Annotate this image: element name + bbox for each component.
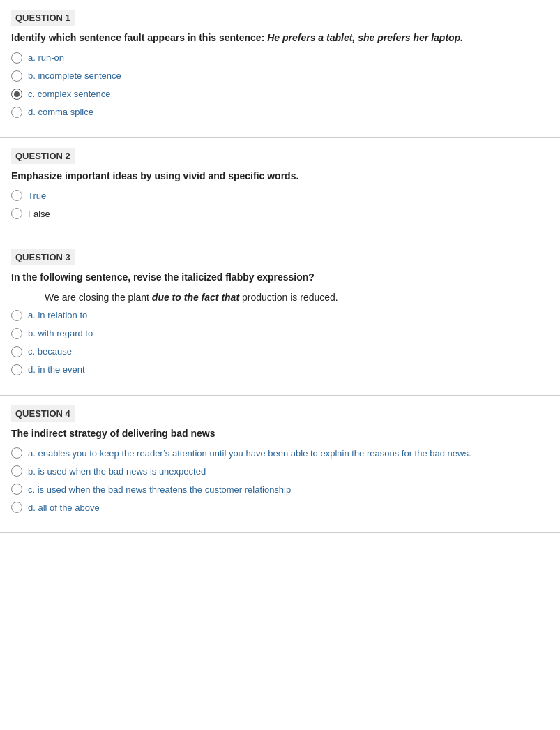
sentence-suffix: production is reduced. bbox=[239, 292, 338, 303]
option-label: a. enables you to keep the reader’s atte… bbox=[28, 448, 471, 459]
options-list: a. enables you to keep the reader’s atte… bbox=[11, 447, 549, 513]
question-block-2: QUESTION 2Emphasize important ideas by u… bbox=[0, 138, 560, 240]
option-label: False bbox=[28, 209, 50, 219]
question-label: QUESTION 2 bbox=[11, 148, 75, 164]
option-label: b. incomplete sentence bbox=[28, 70, 121, 81]
radio-button[interactable] bbox=[11, 447, 22, 459]
question-block-4: QUESTION 4The indirect strategy of deliv… bbox=[0, 396, 560, 534]
options-list: a. run-onb. incomplete sentencec. comple… bbox=[11, 52, 549, 118]
option-label: d. in the event bbox=[28, 364, 85, 375]
option-item[interactable]: c. because bbox=[11, 346, 549, 357]
radio-button[interactable] bbox=[11, 364, 22, 375]
radio-button[interactable] bbox=[11, 52, 22, 64]
radio-button[interactable] bbox=[11, 310, 22, 321]
option-item[interactable]: d. comma splice bbox=[11, 107, 549, 118]
option-label: True bbox=[28, 191, 46, 201]
option-label: c. complex sentence bbox=[28, 89, 111, 99]
option-item[interactable]: d. in the event bbox=[11, 364, 549, 375]
radio-button[interactable] bbox=[11, 208, 22, 219]
option-label: b. is used when the bad news is unexpect… bbox=[28, 466, 206, 477]
question-block-3: QUESTION 3In the following sentence, rev… bbox=[0, 239, 560, 396]
option-item[interactable]: b. incomplete sentence bbox=[11, 70, 549, 82]
options-list: a. in relation tob. with regard toc. bec… bbox=[11, 310, 549, 375]
question-bold-text: In the following sentence, revise the it… bbox=[11, 271, 315, 283]
question-text: Emphasize important ideas by using vivid… bbox=[11, 170, 549, 184]
radio-button[interactable] bbox=[11, 502, 22, 513]
option-item[interactable]: c. is used when the bad news threatens t… bbox=[11, 484, 549, 495]
question-bold-text: The indirect strategy of delivering bad … bbox=[11, 428, 215, 439]
option-item[interactable]: d. all of the above bbox=[11, 502, 549, 513]
option-label: c. is used when the bad news threatens t… bbox=[28, 484, 291, 495]
radio-button[interactable] bbox=[11, 465, 22, 477]
option-item[interactable]: a. enables you to keep the reader’s atte… bbox=[11, 447, 549, 459]
option-label: c. because bbox=[28, 346, 72, 357]
option-item[interactable]: True bbox=[11, 190, 549, 201]
sentence-prefix: We are closing the plant bbox=[45, 292, 152, 303]
option-label: a. in relation to bbox=[28, 310, 87, 320]
option-label: a. run-on bbox=[28, 52, 64, 63]
radio-button[interactable] bbox=[11, 484, 22, 495]
option-item[interactable]: False bbox=[11, 208, 549, 219]
radio-button[interactable] bbox=[11, 70, 22, 82]
option-item[interactable]: b. is used when the bad news is unexpect… bbox=[11, 465, 549, 477]
option-item[interactable]: c. complex sentence bbox=[11, 89, 549, 100]
option-item[interactable]: b. with regard to bbox=[11, 328, 549, 339]
option-item[interactable]: a. run-on bbox=[11, 52, 549, 64]
radio-button[interactable] bbox=[11, 107, 22, 118]
question-text: In the following sentence, revise the it… bbox=[11, 271, 549, 285]
question-label: QUESTION 4 bbox=[11, 405, 75, 422]
question-bold-text: Identify which sentence fault appears in… bbox=[11, 32, 264, 43]
question-text: The indirect strategy of delivering bad … bbox=[11, 427, 549, 441]
question-label: QUESTION 3 bbox=[11, 249, 75, 265]
question-label: QUESTION 1 bbox=[11, 10, 75, 26]
radio-button[interactable] bbox=[11, 346, 22, 357]
question-italic-text: He prefers a tablet, she prefers her lap… bbox=[264, 32, 463, 43]
option-label: d. comma splice bbox=[28, 107, 93, 117]
radio-button[interactable] bbox=[11, 328, 22, 339]
radio-button[interactable] bbox=[11, 190, 22, 201]
radio-button[interactable] bbox=[11, 89, 22, 100]
sentence-italic-bold: due to the fact that bbox=[152, 292, 239, 303]
question-sentence: We are closing the plant due to the fact… bbox=[11, 292, 549, 303]
question-text: Identify which sentence fault appears in… bbox=[11, 31, 549, 45]
option-label: d. all of the above bbox=[28, 502, 100, 513]
options-list: TrueFalse bbox=[11, 190, 549, 219]
option-label: b. with regard to bbox=[28, 328, 93, 338]
option-item[interactable]: a. in relation to bbox=[11, 310, 549, 321]
question-bold-text: Emphasize important ideas by using vivid… bbox=[11, 170, 298, 181]
question-block-1: QUESTION 1Identify which sentence fault … bbox=[0, 0, 560, 138]
